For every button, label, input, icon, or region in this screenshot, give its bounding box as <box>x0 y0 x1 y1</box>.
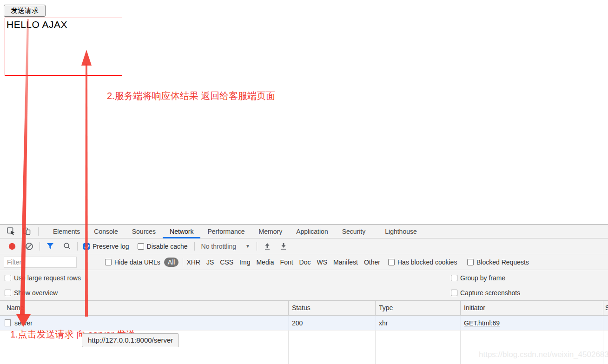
preserve-log-label: Preserve log <box>93 243 129 250</box>
column-header-name[interactable]: Name <box>7 304 24 311</box>
use-large-request-rows-checkbox[interactable] <box>5 275 11 281</box>
type-filter-media[interactable]: Media <box>256 258 274 266</box>
column-divider <box>288 331 289 364</box>
capture-screenshots-label: Capture screenshots <box>460 289 520 297</box>
chevron-down-icon: ▼ <box>245 244 250 249</box>
column-divider[interactable] <box>460 301 461 315</box>
disable-cache-label: Disable cache <box>147 243 188 250</box>
use-large-request-rows-label: Use large request rows <box>14 274 81 282</box>
has-blocked-cookies-toggle[interactable]: Has blocked cookies <box>388 258 457 266</box>
column-header-type[interactable]: Type <box>379 304 393 311</box>
type-filter-list: XHR JS CSS Img Media Font Doc WS Manifes… <box>186 258 380 266</box>
tab-lighthouse[interactable]: Lighthouse <box>378 225 424 238</box>
column-divider[interactable] <box>603 301 603 315</box>
watermark-text: https://blog.csdn.net/weixin_45026839 <box>479 350 608 359</box>
show-overview-toggle[interactable]: Show overview <box>5 289 58 297</box>
tab-security[interactable]: Security <box>335 225 373 238</box>
column-divider <box>375 331 376 364</box>
hide-data-urls-checkbox[interactable] <box>105 259 112 265</box>
type-filter-js[interactable]: JS <box>206 258 214 266</box>
has-blocked-cookies-checkbox[interactable] <box>388 259 395 265</box>
network-toolbar: Preserve log Disable cache No throttling… <box>0 238 608 254</box>
ajax-result-box: HELLO AJAX <box>5 18 122 76</box>
filter-input[interactable] <box>4 257 77 268</box>
blocked-requests-toggle[interactable]: Blocked Requests <box>467 258 529 266</box>
blocked-requests-label: Blocked Requests <box>476 258 529 266</box>
blocked-requests-checkbox[interactable] <box>467 259 474 265</box>
group-by-frame-checkbox[interactable] <box>451 275 457 281</box>
preserve-log-checkbox[interactable] <box>83 243 90 250</box>
disable-cache-checkbox[interactable] <box>138 243 144 250</box>
use-large-request-rows-toggle[interactable]: Use large request rows <box>5 274 81 282</box>
hide-data-urls-toggle[interactable]: Hide data URLs <box>105 258 160 266</box>
group-by-frame-toggle[interactable]: Group by frame <box>451 274 505 282</box>
tab-memory[interactable]: Memory <box>252 225 290 238</box>
show-overview-checkbox[interactable] <box>5 290 11 296</box>
network-options-row-1: Use large request rows Group by frame <box>0 270 608 285</box>
throttling-value: No throttling <box>201 243 236 250</box>
requests-table-header: Name Status Type Initiator Size <box>0 301 608 316</box>
url-tooltip: http://127.0.0.1:8000/server <box>82 333 179 347</box>
capture-screenshots-checkbox[interactable] <box>451 290 457 296</box>
hide-data-urls-label: Hide data URLs <box>114 258 160 266</box>
tab-sources[interactable]: Sources <box>125 225 163 238</box>
show-overview-label: Show overview <box>14 289 58 297</box>
column-divider <box>460 331 461 364</box>
request-status: 200 <box>292 319 303 327</box>
column-divider <box>603 316 603 330</box>
type-filter-font[interactable]: Font <box>280 258 293 266</box>
column-header-size[interactable]: Size <box>605 304 608 311</box>
has-blocked-cookies-label: Has blocked cookies <box>397 258 457 266</box>
column-divider[interactable] <box>375 301 376 315</box>
tab-application[interactable]: Application <box>289 225 335 238</box>
request-initiator-link[interactable]: GET.html:69 <box>464 319 500 327</box>
inspect-element-icon[interactable] <box>3 225 19 238</box>
search-icon[interactable] <box>60 240 73 253</box>
type-filter-doc[interactable]: Doc <box>299 258 311 266</box>
annotation-step-2: 2.服务端将响应体结果 返回给客服端页面 <box>107 90 275 102</box>
column-header-status[interactable]: Status <box>292 304 311 311</box>
preserve-log-toggle[interactable]: Preserve log <box>83 243 129 250</box>
toolbar-separator <box>38 227 39 236</box>
toolbar-separator <box>77 242 78 251</box>
request-type: xhr <box>379 319 388 327</box>
clear-icon[interactable] <box>23 240 36 253</box>
type-filter-css[interactable]: CSS <box>220 258 233 266</box>
type-filter-xhr[interactable]: XHR <box>186 258 200 266</box>
network-options-row-2: Show overview Capture screenshots <box>0 285 608 301</box>
toolbar-separator <box>183 258 183 266</box>
toolbar-separator <box>194 242 195 251</box>
group-by-frame-label: Group by frame <box>460 274 505 282</box>
tab-network[interactable]: Network <box>163 225 200 238</box>
type-filter-other[interactable]: Other <box>364 258 380 266</box>
ajax-response-text: HELLO AJAX <box>7 19 67 30</box>
toolbar-separator <box>257 242 257 251</box>
throttling-select[interactable]: No throttling ▼ <box>201 243 250 250</box>
type-filter-manifest[interactable]: Manifest <box>333 258 358 266</box>
device-toolbar-icon[interactable] <box>19 225 34 238</box>
devtools-tabbar: Elements Console Sources Network Perform… <box>0 225 608 238</box>
export-har-icon[interactable] <box>277 240 290 253</box>
disable-cache-toggle[interactable]: Disable cache <box>138 243 188 250</box>
tab-performance[interactable]: Performance <box>200 225 251 238</box>
send-request-button[interactable]: 发送请求 <box>4 5 46 17</box>
column-divider <box>288 316 289 330</box>
type-filter-ws[interactable]: WS <box>317 258 328 266</box>
import-har-icon[interactable] <box>261 240 274 253</box>
toolbar-separator <box>40 242 40 251</box>
record-icon[interactable] <box>6 240 19 253</box>
filter-funnel-icon[interactable] <box>44 240 57 253</box>
tab-elements[interactable]: Elements <box>46 225 87 238</box>
type-filter-all[interactable]: All <box>164 258 179 267</box>
document-icon <box>5 319 11 326</box>
column-divider[interactable] <box>288 301 289 315</box>
tab-console[interactable]: Console <box>87 225 125 238</box>
column-header-initiator[interactable]: Initiator <box>464 304 485 311</box>
column-divider <box>375 316 376 330</box>
type-filter-img[interactable]: Img <box>239 258 250 266</box>
request-name: server <box>14 319 33 327</box>
network-filter-bar: Hide data URLs All XHR JS CSS Img Media … <box>0 254 608 270</box>
column-divider <box>460 316 461 330</box>
capture-screenshots-toggle[interactable]: Capture screenshots <box>451 289 520 297</box>
